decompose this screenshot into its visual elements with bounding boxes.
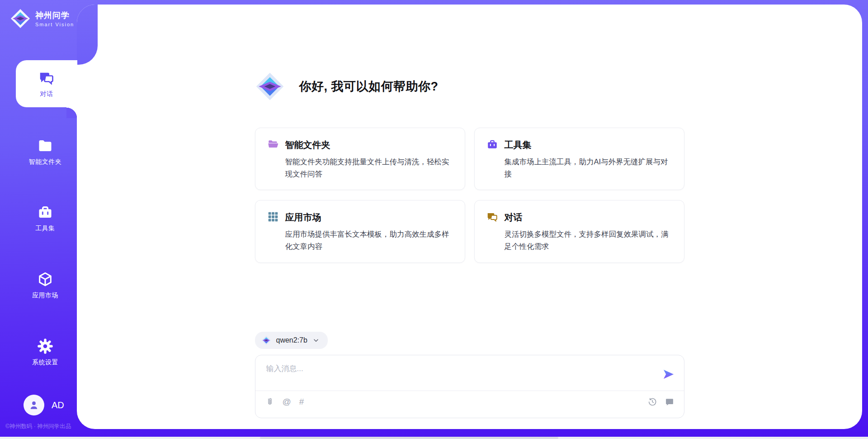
card-toolset[interactable]: 工具集 集成市场上主流工具，助力AI与外界无缝扩展与对接: [474, 128, 684, 190]
chat-bubbles-icon: [486, 211, 498, 223]
content-column: 你好, 我可以如何帮助你? 智能文件夹 智能文件夹功能支持批量文件上传与清洗，轻…: [255, 5, 684, 418]
sidebar: 神州问学 Smart Vision 对话 智能文件夹 工具集: [0, 0, 77, 439]
card-title: 对话: [505, 211, 672, 224]
brand-subtitle: Smart Vision: [35, 22, 74, 27]
avatar: [24, 395, 44, 415]
card-description: 智能文件夹功能支持批量文件上传与清洗，轻松实现文件问答: [285, 156, 453, 180]
grid-icon: [267, 211, 279, 223]
brand-logo: 神州问学 Smart Vision: [10, 8, 74, 29]
sidebar-item-label: 工具集: [35, 224, 55, 233]
copyright-text: ©神州数码 · 神州问学出品: [5, 423, 71, 430]
toolbar-right: [648, 397, 674, 406]
sidebar-item-label: 对话: [40, 90, 53, 98]
greeting-title: 你好, 我可以如何帮助你?: [299, 78, 439, 95]
model-selector[interactable]: qwen2:7b: [255, 332, 328, 349]
sidebar-item-label: 智能文件夹: [29, 158, 62, 166]
send-icon: [662, 368, 675, 381]
person-icon: [28, 399, 40, 411]
send-button[interactable]: [662, 368, 675, 381]
card-title: 工具集: [505, 139, 672, 151]
card-title: 应用市场: [285, 211, 453, 224]
sidebar-item-label: 应用市场: [32, 291, 58, 300]
chat-square-icon[interactable]: [665, 397, 674, 406]
composer-toolbar: @ #: [265, 397, 674, 406]
brand-diamond-icon: [261, 335, 271, 345]
composer-divider: [255, 391, 684, 391]
briefcase-icon: [37, 204, 53, 220]
sidebar-item-app-market[interactable]: 应用市场: [14, 262, 77, 309]
hash-icon[interactable]: #: [299, 397, 304, 406]
sidebar-item-settings[interactable]: 系统设置: [14, 329, 77, 376]
corner-notch: [77, 5, 98, 65]
main-panel: 你好, 我可以如何帮助你? 智能文件夹 智能文件夹功能支持批量文件上传与清洗，轻…: [77, 5, 862, 429]
brand-diamond-icon: [10, 8, 31, 29]
brand-diamond-icon: [255, 72, 285, 101]
card-chat[interactable]: 对话 灵活切换多模型文件，支持多样回复效果调试，满足个性化需求: [474, 200, 684, 262]
history-icon[interactable]: [648, 397, 657, 406]
chevron-down-icon: [312, 337, 320, 344]
sidebar-item-label: 系统设置: [32, 358, 58, 367]
horizontal-scrollbar[interactable]: [0, 437, 868, 439]
feature-cards: 智能文件夹 智能文件夹功能支持批量文件上传与清洗，轻松实现文件问答 工具集 集成…: [255, 128, 684, 263]
user-profile[interactable]: AD: [24, 395, 64, 415]
message-input[interactable]: [266, 363, 655, 387]
toolbar-left: @ #: [265, 397, 304, 406]
folder-open-icon: [267, 138, 279, 150]
model-name: qwen2:7b: [276, 336, 307, 344]
gear-icon: [37, 338, 53, 354]
card-title: 智能文件夹: [285, 139, 453, 151]
brand-name: 神州问学: [35, 10, 74, 21]
card-description: 应用市场提供丰富长文本模板，助力高效生成多样化文章内容: [285, 228, 453, 252]
card-smart-folder[interactable]: 智能文件夹 智能文件夹功能支持批量文件上传与清洗，轻松实现文件问答: [255, 128, 465, 190]
cube-icon: [37, 271, 53, 287]
folder-icon: [37, 138, 53, 154]
card-description: 集成市场上主流工具，助力AI与外界无缝扩展与对接: [505, 156, 672, 180]
scrollbar-thumb[interactable]: [260, 437, 558, 439]
greeting: 你好, 我可以如何帮助你?: [255, 72, 684, 101]
sidebar-item-smart-folder[interactable]: 智能文件夹: [14, 128, 77, 175]
sidebar-item-toolset[interactable]: 工具集: [14, 195, 77, 242]
at-icon[interactable]: @: [283, 397, 291, 406]
card-app-market[interactable]: 应用市场 应用市场提供丰富长文本模板，助力高效生成多样化文章内容: [255, 200, 465, 262]
chat-bubbles-icon: [38, 70, 55, 86]
briefcase-icon: [486, 138, 498, 150]
user-name: AD: [52, 400, 64, 410]
card-description: 灵活切换多模型文件，支持多样回复效果调试，满足个性化需求: [505, 228, 672, 252]
sidebar-item-chat[interactable]: 对话: [16, 60, 77, 107]
composer: @ #: [255, 355, 684, 418]
paperclip-icon[interactable]: [265, 397, 274, 406]
